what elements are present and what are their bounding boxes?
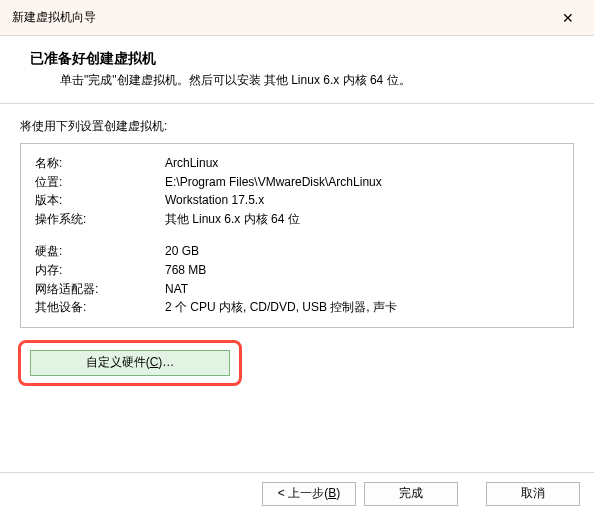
summary-row-memory: 内存: 768 MB <box>35 261 559 280</box>
summary-row-network: 网络适配器: NAT <box>35 280 559 299</box>
customize-highlight: 自定义硬件(C)… <box>18 340 242 386</box>
other-label: 其他设备: <box>35 298 165 317</box>
page-subtitle: 单击"完成"创建虚拟机。然后可以安装 其他 Linux 6.x 内核 64 位。 <box>30 72 574 89</box>
version-value: Workstation 17.5.x <box>165 191 559 210</box>
os-value: 其他 Linux 6.x 内核 64 位 <box>165 210 559 229</box>
intro-text: 将使用下列设置创建虚拟机: <box>20 118 574 135</box>
wizard-footer: < 上一步(B) 完成 取消 <box>0 472 594 514</box>
cancel-button[interactable]: 取消 <box>486 482 580 506</box>
network-value: NAT <box>165 280 559 299</box>
version-label: 版本: <box>35 191 165 210</box>
summary-row-version: 版本: Workstation 17.5.x <box>35 191 559 210</box>
summary-row-location: 位置: E:\Program Files\VMwareDisk\ArchLinu… <box>35 173 559 192</box>
wizard-body: 将使用下列设置创建虚拟机: 名称: ArchLinux 位置: E:\Progr… <box>0 104 594 386</box>
titlebar: 新建虚拟机向导 ✕ <box>0 0 594 36</box>
finish-button[interactable]: 完成 <box>364 482 458 506</box>
memory-label: 内存: <box>35 261 165 280</box>
location-label: 位置: <box>35 173 165 192</box>
page-title: 已准备好创建虚拟机 <box>30 50 574 68</box>
summary-row-os: 操作系统: 其他 Linux 6.x 内核 64 位 <box>35 210 559 229</box>
summary-row-disk: 硬盘: 20 GB <box>35 242 559 261</box>
summary-row-name: 名称: ArchLinux <box>35 154 559 173</box>
summary-row-other: 其他设备: 2 个 CPU 内核, CD/DVD, USB 控制器, 声卡 <box>35 298 559 317</box>
close-icon[interactable]: ✕ <box>554 10 582 26</box>
back-button[interactable]: < 上一步(B) <box>262 482 356 506</box>
os-label: 操作系统: <box>35 210 165 229</box>
settings-summary: 名称: ArchLinux 位置: E:\Program Files\VMwar… <box>20 143 574 328</box>
name-value: ArchLinux <box>165 154 559 173</box>
memory-value: 768 MB <box>165 261 559 280</box>
wizard-header: 已准备好创建虚拟机 单击"完成"创建虚拟机。然后可以安装 其他 Linux 6.… <box>0 36 594 104</box>
customize-hardware-button[interactable]: 自定义硬件(C)… <box>30 350 230 376</box>
name-label: 名称: <box>35 154 165 173</box>
window-title: 新建虚拟机向导 <box>12 9 96 26</box>
disk-label: 硬盘: <box>35 242 165 261</box>
location-value: E:\Program Files\VMwareDisk\ArchLinux <box>165 173 559 192</box>
network-label: 网络适配器: <box>35 280 165 299</box>
other-value: 2 个 CPU 内核, CD/DVD, USB 控制器, 声卡 <box>165 298 559 317</box>
disk-value: 20 GB <box>165 242 559 261</box>
